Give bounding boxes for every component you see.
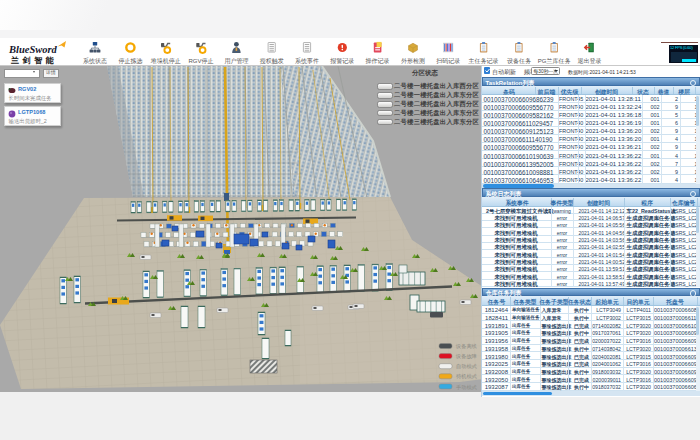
svg-text:设备离线: 设备离线: [455, 343, 477, 350]
svg-text:待机模式: 待机模式: [456, 373, 478, 380]
svg-text:手动模式: 手动模式: [456, 384, 478, 390]
svg-text:设备故障: 设备故障: [455, 353, 477, 360]
svg-text:自动模式: 自动模式: [456, 363, 478, 370]
